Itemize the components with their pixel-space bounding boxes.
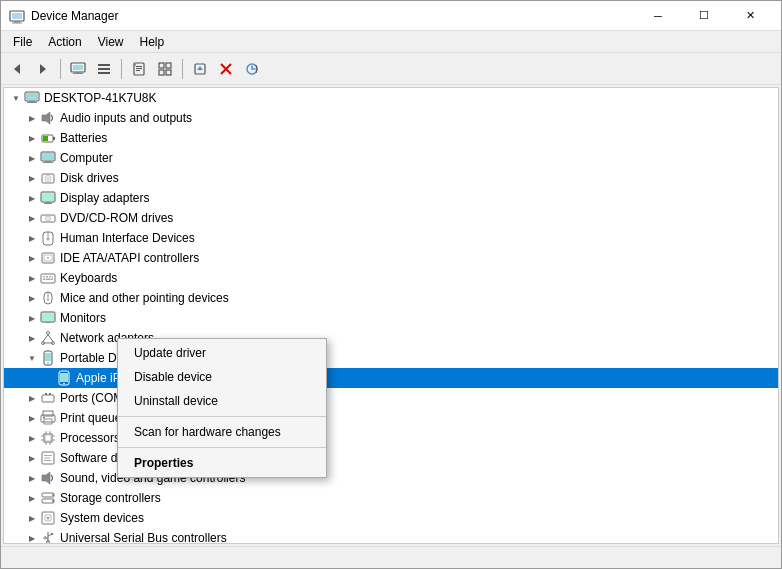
svg-rect-113 [51, 533, 53, 535]
svg-rect-99 [44, 455, 52, 456]
tree-item-usb[interactable]: ▶ Universal Serial Bus controllers [4, 528, 778, 544]
svg-marker-102 [42, 472, 50, 484]
usb-label: Universal Serial Bus controllers [60, 531, 227, 544]
svg-rect-62 [51, 279, 53, 281]
context-menu-separator-2 [118, 447, 326, 448]
properties-button[interactable] [127, 57, 151, 81]
root-expand-icon: ▼ [8, 90, 24, 106]
svg-rect-30 [27, 102, 37, 103]
system-expand-icon: ▶ [24, 510, 40, 526]
svg-rect-2 [14, 21, 20, 23]
context-menu-properties[interactable]: Properties [118, 451, 326, 475]
menu-help[interactable]: Help [132, 33, 173, 51]
disk-icon [40, 170, 56, 186]
back-button[interactable] [5, 57, 29, 81]
tree-item-monitors[interactable]: ▶ Monitors [4, 308, 778, 328]
svg-point-80 [63, 383, 65, 385]
svg-rect-15 [136, 68, 142, 69]
tree-item-hid[interactable]: ▶ Human Interface Devices [4, 228, 778, 248]
svg-rect-8 [75, 72, 81, 73]
context-menu-update-driver[interactable]: Update driver [118, 341, 326, 365]
root-computer-icon [24, 90, 40, 106]
keyboards-expand-icon: ▶ [24, 270, 40, 286]
tree-item-mice[interactable]: ▶ Mice and other pointing devices [4, 288, 778, 308]
software-expand-icon: ▶ [24, 450, 40, 466]
svg-rect-82 [45, 393, 47, 395]
root-label: DESKTOP-41K7U8K [44, 91, 157, 105]
batteries-label: Batteries [60, 131, 107, 145]
svg-point-105 [52, 494, 54, 496]
device-grid-button[interactable] [153, 57, 177, 81]
sound-expand-icon: ▶ [24, 470, 40, 486]
display-icon [40, 190, 56, 206]
svg-point-77 [47, 362, 49, 364]
tree-item-audio[interactable]: ▶ Audio inputs and outputs [4, 108, 778, 128]
tree-item-system[interactable]: ▶ System devices [4, 508, 778, 528]
tree-item-disk[interactable]: ▶ Disk drives [4, 168, 778, 188]
tree-root[interactable]: ▼ DESKTOP-41K7U8K [4, 88, 778, 108]
toolbar-separator-2 [121, 59, 122, 79]
menu-file[interactable]: File [5, 33, 40, 51]
svg-rect-34 [43, 136, 48, 141]
menu-action[interactable]: Action [40, 33, 89, 51]
audio-label: Audio inputs and outputs [60, 111, 192, 125]
display-label: Display adapters [60, 191, 149, 205]
svg-rect-45 [44, 203, 52, 204]
tree-item-display[interactable]: ▶ Display adapters [4, 188, 778, 208]
svg-rect-16 [136, 70, 140, 71]
svg-rect-33 [53, 137, 55, 140]
svg-rect-61 [46, 279, 51, 281]
forward-button[interactable] [31, 57, 55, 81]
portable-expand-icon: ▼ [24, 350, 40, 366]
print-expand-icon: ▶ [24, 410, 40, 426]
tree-item-batteries[interactable]: ▶ Batteries [4, 128, 778, 148]
monitors-icon [40, 310, 56, 326]
svg-point-65 [47, 298, 49, 300]
dvd-expand-icon: ▶ [24, 210, 40, 226]
svg-rect-29 [29, 101, 35, 102]
monitors-expand-icon: ▶ [24, 310, 40, 326]
close-button[interactable]: ✕ [727, 1, 773, 31]
update-driver-button[interactable] [188, 57, 212, 81]
context-menu-uninstall-device[interactable]: Uninstall device [118, 389, 326, 413]
svg-point-41 [47, 178, 49, 180]
list-view-button[interactable] [92, 57, 116, 81]
batteries-icon [40, 130, 56, 146]
scan-button[interactable] [240, 57, 264, 81]
remove-device-button[interactable] [214, 57, 238, 81]
svg-rect-10 [98, 64, 110, 66]
svg-line-72 [43, 335, 48, 342]
svg-rect-18 [159, 63, 164, 68]
tree-item-storage[interactable]: ▶ Storage controllers [4, 488, 778, 508]
restore-button[interactable]: ☐ [681, 1, 727, 31]
toolbar-separator-1 [60, 59, 61, 79]
tree-item-keyboards[interactable]: ▶ Keyboards [4, 268, 778, 288]
toolbar [1, 53, 781, 85]
batteries-expand-icon: ▶ [24, 130, 40, 146]
status-bar [1, 546, 781, 568]
svg-rect-101 [44, 460, 51, 461]
svg-rect-9 [73, 73, 83, 74]
svg-marker-23 [197, 66, 203, 70]
menu-bar: File Action View Help [1, 31, 781, 53]
svg-rect-20 [159, 70, 164, 75]
tree-item-dvd[interactable]: ▶ DVD/CD-ROM drives [4, 208, 778, 228]
context-menu-scan-changes[interactable]: Scan for hardware changes [118, 420, 326, 444]
software-icon [40, 450, 56, 466]
title-bar-left: Device Manager [9, 8, 118, 24]
context-menu-disable-device[interactable]: Disable device [118, 365, 326, 389]
computer-button[interactable] [66, 57, 90, 81]
svg-rect-19 [166, 63, 171, 68]
monitors-label: Monitors [60, 311, 106, 325]
device-tree[interactable]: ▼ DESKTOP-41K7U8K ▶ [3, 87, 779, 544]
tree-item-computer[interactable]: ▶ Computer [4, 148, 778, 168]
minimize-button[interactable]: ─ [635, 1, 681, 31]
ipad-expand-icon [40, 370, 56, 386]
tree-item-ide[interactable]: ▶ IDE ATA/ATAPI controllers [4, 248, 778, 268]
proc-label: Processors [60, 431, 120, 445]
svg-point-54 [47, 257, 49, 259]
ipad-icon [56, 370, 72, 386]
context-menu: Update driver Disable device Uninstall d… [117, 338, 327, 478]
audio-expand-icon: ▶ [24, 110, 40, 126]
menu-view[interactable]: View [90, 33, 132, 51]
